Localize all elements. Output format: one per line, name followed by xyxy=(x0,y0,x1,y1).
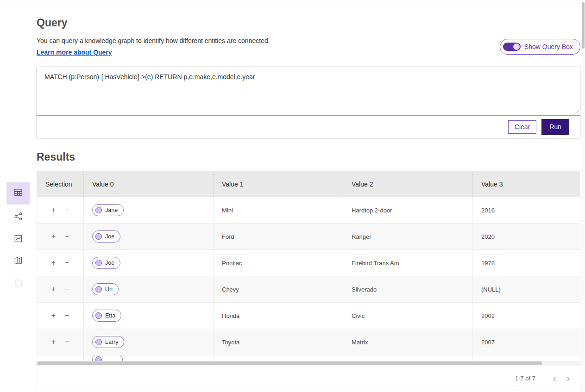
cell-value-1: Mini xyxy=(213,197,343,223)
map-view-button[interactable] xyxy=(6,250,30,273)
remove-from-selection-button[interactable]: − xyxy=(63,285,70,294)
entity-chip[interactable]: Uri xyxy=(92,283,119,295)
table-header: Selection Value 0 Value 1 Value 2 Value … xyxy=(37,171,580,197)
learn-more-link[interactable]: Learn more about Query xyxy=(37,49,112,56)
entity-chip[interactable]: Jane xyxy=(92,204,124,216)
add-to-selection-button[interactable]: + xyxy=(50,337,57,347)
page: Query You can query a knowledge graph to… xyxy=(0,0,585,391)
vertical-scrollbar-thumb[interactable] xyxy=(582,2,585,49)
prev-page-button[interactable]: ‹ xyxy=(547,371,561,385)
cell-value-2: Civic xyxy=(343,303,472,329)
chart-view-icon xyxy=(14,234,23,244)
entity-chip-label: Jane xyxy=(105,207,118,213)
entity-chip-label: Joe xyxy=(105,260,114,266)
cell-value-2: Hardtop 2-door xyxy=(343,197,472,223)
add-to-selection-button[interactable]: + xyxy=(50,311,57,320)
entity-chip[interactable]: Larry xyxy=(92,336,124,348)
entity-cell: Joe xyxy=(83,224,213,249)
selection-cell: + − xyxy=(37,329,83,355)
horizontal-scrollbar-thumb[interactable] xyxy=(37,361,542,365)
column-header-value3: Value 3 xyxy=(472,171,580,197)
intro-text: You can query a knowledge graph to ident… xyxy=(37,37,270,56)
results-region: Selection Value 0 Value 1 Value 2 Value … xyxy=(37,171,580,391)
show-query-box-toggle[interactable]: Show Query Box xyxy=(500,39,580,55)
rail-divider xyxy=(6,205,30,205)
cell-value-2: Silverado xyxy=(343,276,472,302)
cell-value-1: Ford xyxy=(213,224,343,249)
selection-view-button[interactable] xyxy=(6,273,30,295)
query-actions: Clear Run xyxy=(37,116,580,138)
next-page-button[interactable]: › xyxy=(561,371,575,385)
toggle-switch-icon xyxy=(503,43,521,51)
entity-dot-icon xyxy=(95,260,102,266)
remove-from-selection-button[interactable]: − xyxy=(63,232,70,241)
selection-cell: + − xyxy=(37,197,83,223)
entity-cell: Etta xyxy=(83,303,213,329)
selection-cell: + − xyxy=(37,276,83,302)
remove-from-selection-button[interactable]: − xyxy=(63,205,70,215)
entity-dot-icon xyxy=(95,233,102,240)
table-row: + − Etta Honda Civic 2002 xyxy=(37,303,580,329)
top-divider xyxy=(0,0,585,2)
column-header-value0: Value 0 xyxy=(83,171,213,197)
link-chart-view-icon xyxy=(14,212,23,222)
cell-value-3: (NULL) xyxy=(472,276,580,302)
entity-chip-label: Uri xyxy=(105,286,113,292)
entity-dot-icon xyxy=(95,339,102,345)
table-row-partial xyxy=(37,355,580,361)
add-to-selection-button[interactable]: + xyxy=(50,232,57,241)
entity-chip[interactable]: Joe xyxy=(92,230,120,243)
remove-from-selection-button[interactable]: − xyxy=(63,258,70,268)
cell-value-3: 2007 xyxy=(472,329,580,355)
chart-view-button[interactable] xyxy=(6,228,30,250)
table-body: + − Jane Mini Hardtop 2-door 2016 + − Jo… xyxy=(37,197,580,355)
entity-chip[interactable] xyxy=(92,355,123,361)
remove-from-selection-button[interactable]: − xyxy=(63,337,70,347)
add-to-selection-button[interactable]: + xyxy=(50,285,57,294)
query-title: Query xyxy=(37,17,580,29)
column-header-selection: Selection xyxy=(37,171,83,197)
entity-cell: Jane xyxy=(83,197,213,223)
main-content: Query You can query a knowledge graph to… xyxy=(0,17,585,391)
cell-value-3: 1978 xyxy=(472,250,580,276)
cell-value-1: Chevy xyxy=(213,276,343,302)
column-header-value2: Value 2 xyxy=(343,171,472,197)
horizontal-scrollbar[interactable] xyxy=(37,361,580,366)
table-view-button[interactable] xyxy=(6,182,30,204)
selection-cell: + − xyxy=(37,224,83,249)
entity-dot-icon xyxy=(95,356,102,361)
link-chart-view-button[interactable] xyxy=(6,206,30,228)
cell-value-1: Honda xyxy=(213,303,343,329)
vertical-scrollbar[interactable] xyxy=(581,2,585,392)
entity-dot-icon xyxy=(95,312,102,319)
entity-dot-icon xyxy=(95,286,102,292)
cell-value-2: Firebird Trans Am xyxy=(343,250,472,276)
clear-button[interactable]: Clear xyxy=(508,120,536,134)
table-row: + − Jane Mini Hardtop 2-door 2016 xyxy=(37,197,580,224)
cell-value-1: Toyota xyxy=(213,329,343,355)
column-header-value1: Value 1 xyxy=(213,171,343,197)
table-row: + − Joe Pontiac Firebird Trans Am 1978 xyxy=(37,250,580,276)
cell-value-1: Pontiac xyxy=(213,250,343,276)
add-to-selection-button[interactable]: + xyxy=(50,258,57,268)
add-to-selection-button[interactable]: + xyxy=(50,205,57,215)
toggle-label: Show Query Box xyxy=(524,43,573,50)
selection-cell: + − xyxy=(37,303,83,329)
table-row: + − Joe Ford Ranger 2020 xyxy=(37,224,580,250)
run-button[interactable]: Run xyxy=(542,120,568,134)
query-panel: MATCH (p:Person)-[:HasVehicle]->(e) RETU… xyxy=(37,67,580,138)
entity-chip[interactable]: Joe xyxy=(92,257,120,269)
cell-value-2: Ranger xyxy=(343,224,472,249)
selection-cell: + − xyxy=(37,250,83,276)
selection-view-icon xyxy=(14,279,23,289)
query-input[interactable]: MATCH (p:Person)-[:HasVehicle]->(e) RETU… xyxy=(37,67,580,116)
view-rail xyxy=(6,182,30,295)
entity-chip[interactable]: Etta xyxy=(92,310,121,322)
results-title: Results xyxy=(37,151,580,163)
entity-cell: Joe xyxy=(83,250,213,276)
entity-chip-label: Larry xyxy=(105,339,118,345)
table-row: + − Uri Chevy Silverado (NULL) xyxy=(37,276,580,303)
remove-from-selection-button[interactable]: − xyxy=(63,311,70,320)
results-panel: Selection Value 0 Value 1 Value 2 Value … xyxy=(37,171,580,391)
table-view-icon xyxy=(14,188,23,198)
